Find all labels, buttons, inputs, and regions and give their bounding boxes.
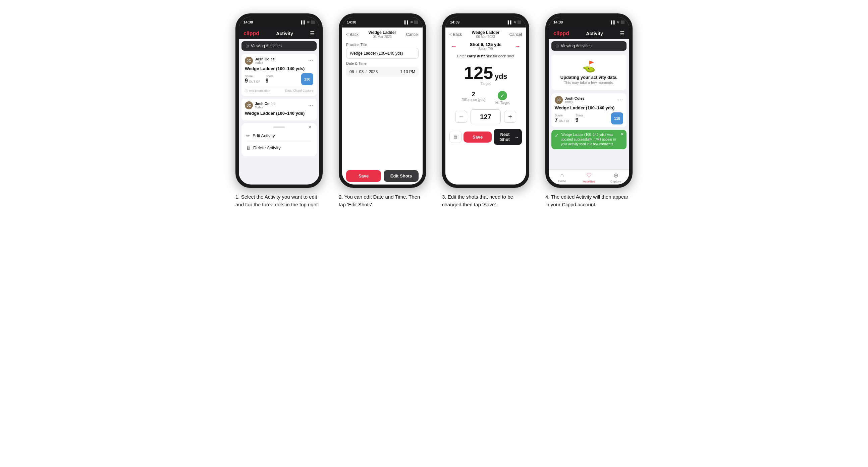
hit-target-label: Hit Target xyxy=(495,101,510,105)
edit-icon: ✏ xyxy=(246,133,250,138)
nav-center-3: Wedge Ladder 06 Mar 2023 xyxy=(472,30,499,39)
edit-shots-button[interactable]: Edit Shots xyxy=(384,170,418,182)
shot-quality-badge-1: 130 xyxy=(301,73,313,85)
prev-shot-btn[interactable]: ← xyxy=(451,43,457,50)
user-info-row-4: JC Josh Coles Today xyxy=(555,96,585,104)
edit-activity-item[interactable]: ✏ Edit Activity xyxy=(246,130,312,141)
delete-shot-btn[interactable]: 🗑 xyxy=(450,131,462,143)
shot-score: Score 7/9 xyxy=(470,47,502,51)
status-bar-3: 14:39 ▌▌ ≋ ⬛ xyxy=(445,17,526,28)
back-btn-2[interactable]: < Back xyxy=(346,32,359,37)
tab-home[interactable]: ⌂ Home xyxy=(549,172,576,183)
golf-flag-icon: ⛳ xyxy=(557,60,621,73)
phone-1-screen: 14:38 ▌▌ ≋ ⬛ clippd Activity ☰ xyxy=(239,17,319,185)
status-bar-2: 14:38 ▌▌ ≋ ⬛ xyxy=(342,17,423,28)
p3-footer: 🗑 Save Next Shot → xyxy=(445,127,526,147)
delete-icon: 🗑 xyxy=(246,145,251,150)
status-icons-4: ▌▌ ≋ ⬛ xyxy=(611,21,624,24)
target-label: Target xyxy=(449,82,523,86)
p3-nav: < Back Wedge Ladder 06 Mar 2023 Cancel xyxy=(445,28,526,40)
home-icon: ⌂ xyxy=(560,172,564,179)
tab-bar-4: ⌂ Home ♡ Activities ⊕ Capture xyxy=(549,169,629,185)
notch-1 xyxy=(266,17,292,23)
bottom-sheet-1: ✕ ✏ Edit Activity 🗑 Delete Activity xyxy=(242,123,317,156)
cancel-btn-2[interactable]: Cancel xyxy=(406,32,418,37)
score-row-1: Score 9 OUT OF Shots 9 xyxy=(245,73,313,85)
viewing-icon-4: ⊞ xyxy=(555,43,559,48)
sheet-handle xyxy=(273,126,285,128)
decrement-btn[interactable]: − xyxy=(455,111,467,123)
dots-menu-2[interactable]: ··· xyxy=(308,103,313,108)
phone-2-screen: 14:38 ▌▌ ≋ ⬛ < Back Wedge Ladder 06 Mar … xyxy=(342,17,423,185)
sheet-close-btn[interactable]: ✕ xyxy=(308,124,312,130)
phone-2-frame: 14:38 ▌▌ ≋ ⬛ < Back Wedge Ladder 06 Mar … xyxy=(339,13,426,188)
card-title-1: Wedge Ladder (100–140 yds) xyxy=(245,66,313,71)
caption-4: 4. The edited Activity will then appear … xyxy=(545,193,632,208)
loading-section: ⛳ Updating your activity data. This may … xyxy=(551,55,626,90)
status-icons-2: ▌▌ ≋ ⬛ xyxy=(404,21,418,24)
viewing-label-4: Viewing Activities xyxy=(561,43,592,48)
viewing-label-1: Viewing Activities xyxy=(251,43,282,48)
p2-footer: Save Edit Shots xyxy=(342,167,423,185)
nav-title-2: Wedge Ladder xyxy=(369,30,396,35)
capture-label: Capture xyxy=(611,180,621,183)
date-day: 06 xyxy=(349,69,354,74)
tab-capture[interactable]: ⊕ Capture xyxy=(602,172,629,183)
save-button-3[interactable]: Save xyxy=(464,131,492,143)
toast-close-btn[interactable]: ✕ xyxy=(620,132,624,136)
hamburger-icon-4[interactable]: ☰ xyxy=(620,30,624,37)
dots-menu-1[interactable]: ··· xyxy=(308,58,313,63)
shots-label-4: Shots xyxy=(576,114,583,117)
datetime-row[interactable]: 06 / 03 / 2023 1:13 PM xyxy=(346,67,418,77)
avatar-2: JC xyxy=(245,101,253,110)
notch-2 xyxy=(369,17,396,23)
delete-activity-item[interactable]: 🗑 Delete Activity xyxy=(246,143,312,153)
activity-card-1[interactable]: JC Josh Coles Today ··· Wedge Ladder (10… xyxy=(242,54,317,96)
next-shot-arrow-btn[interactable]: → xyxy=(515,43,521,50)
distance-input[interactable]: 127 xyxy=(470,110,501,124)
p4-header-title: Activity xyxy=(586,31,603,36)
sheet-handle-row: ✕ xyxy=(246,126,312,128)
viewing-bar-4: ⊞ Viewing Activities xyxy=(551,41,626,51)
score-label-1: Score xyxy=(245,74,260,78)
back-btn-3[interactable]: < Back xyxy=(450,32,462,37)
caption-1: 1. Select the Activity you want to edit … xyxy=(236,193,323,208)
activity-card-4[interactable]: JC Josh Coles Today ··· Wedge Ladder (10… xyxy=(551,93,626,127)
phone-4-screen: 14:38 ▌▌ ≋ ⬛ clippd Activity ☰ xyxy=(549,17,629,185)
capture-icon: ⊕ xyxy=(614,172,618,179)
activities-label: Activities xyxy=(583,180,595,183)
score-block-4: Score 7 OUT OF xyxy=(555,114,570,123)
cancel-btn-3[interactable]: Cancel xyxy=(509,32,522,37)
delete-activity-label: Delete Activity xyxy=(253,145,281,150)
phone-3-screen: 14:39 ▌▌ ≋ ⬛ < Back Wedge Ladder 06 Mar … xyxy=(445,17,526,185)
user-name-1: Josh Coles xyxy=(255,57,275,61)
metrics-row: 2 Difference (yds) ✓ Hit Target xyxy=(445,89,526,107)
shot-title: Shot 6, 125 yds xyxy=(470,42,502,47)
card-footer-1: ⓘ Test Information Data: Clippd Capture xyxy=(245,87,313,93)
phone-3-column: 14:39 ▌▌ ≋ ⬛ < Back Wedge Ladder 06 Mar … xyxy=(439,13,533,208)
card-title-2: Wedge Ladder (100–140 yds) xyxy=(245,111,313,116)
practice-title-input[interactable]: Wedge Ladder (100–140 yds) xyxy=(346,48,418,59)
next-shot-btn[interactable]: Next Shot → xyxy=(494,129,522,145)
hamburger-icon-1[interactable]: ☰ xyxy=(310,30,315,37)
p4-header: clippd Activity ☰ xyxy=(549,28,629,39)
user-info-row-1: JC Josh Coles Today xyxy=(245,57,275,65)
increment-btn[interactable]: + xyxy=(504,111,516,123)
caption-2: 2. You can edit Date and Time. Then tap … xyxy=(339,193,426,208)
activity-card-2[interactable]: JC Josh Coles Today ··· Wedge Ladder (10… xyxy=(242,99,317,120)
score-block-1: Score 9 OUT OF xyxy=(245,74,260,84)
user-name-2: Josh Coles xyxy=(255,102,275,106)
notch-3 xyxy=(472,17,499,23)
dots-menu-4[interactable]: ··· xyxy=(618,97,623,103)
nav-title-3: Wedge Ladder xyxy=(472,30,499,35)
nav-center-2: Wedge Ladder 06 Mar 2023 xyxy=(369,30,396,39)
user-info-1: Josh Coles Today xyxy=(255,57,275,64)
status-time-4: 14:38 xyxy=(553,20,563,24)
notch-4 xyxy=(576,17,602,23)
status-icons-1: ▌▌ ≋ ⬛ xyxy=(301,21,315,24)
score-value-4: 7 xyxy=(555,117,558,123)
tab-activities[interactable]: ♡ Activities xyxy=(576,172,602,183)
save-button-2[interactable]: Save xyxy=(346,170,381,182)
footer-left-1: ⓘ Test Information xyxy=(245,89,270,93)
phone-1-frame: 14:38 ▌▌ ≋ ⬛ clippd Activity ☰ xyxy=(236,13,323,188)
